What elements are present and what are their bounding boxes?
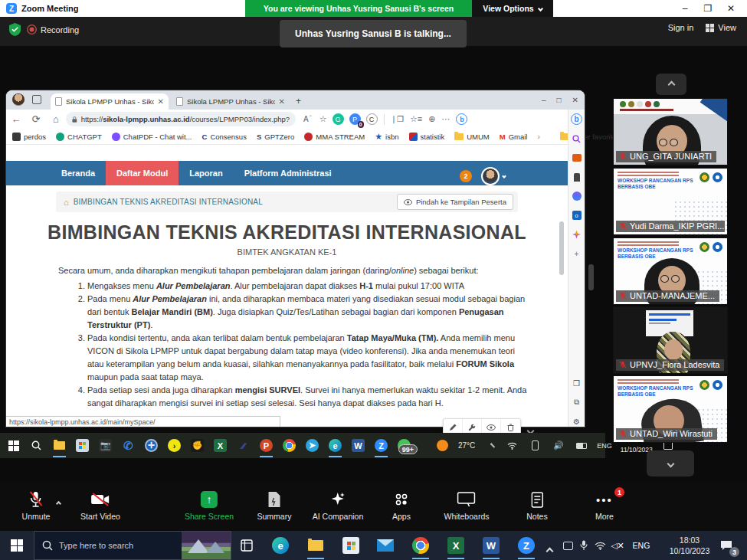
refresh-button[interactable]: ⟳ xyxy=(26,113,46,125)
play-app-icon[interactable]: › xyxy=(167,438,182,453)
language-label[interactable]: ENG xyxy=(597,442,612,450)
nav-beranda[interactable]: Beranda xyxy=(51,161,106,185)
circle-app-icon[interactable]: ✛ xyxy=(144,438,159,453)
copilot-sidebar-icon[interactable]: b xyxy=(571,113,582,125)
file-explorer-icon[interactable] xyxy=(306,535,326,555)
clock[interactable]: 18:0310/10/2023 xyxy=(660,535,719,556)
mail-icon[interactable] xyxy=(375,535,395,555)
participant-video-tile[interactable]: WORKSHOP RANCANGAN RPSBERBASIS OBE Yudi … xyxy=(613,168,728,235)
excel-icon[interactable]: X xyxy=(213,438,228,453)
favorites-bar-icon[interactable]: ☆≡ xyxy=(410,114,422,124)
zoom-app-icon[interactable]: Z xyxy=(374,438,388,453)
favorite-star-icon[interactable]: ☆ xyxy=(319,114,327,124)
weather-sun-icon[interactable] xyxy=(435,438,450,453)
search-sidebar-icon[interactable] xyxy=(572,133,582,144)
view-options-button[interactable]: View Options xyxy=(472,0,553,17)
file-explorer-icon[interactable] xyxy=(52,438,67,453)
open-external-icon[interactable]: ⧉ xyxy=(572,397,582,408)
tray-chevron-icon[interactable] xyxy=(547,543,552,557)
participants-scroll-up-button[interactable] xyxy=(656,74,686,95)
m365-sidebar-icon[interactable] xyxy=(572,191,582,201)
unmute-button[interactable]: Unmute xyxy=(22,490,51,521)
notification-badge[interactable]: 2 xyxy=(460,170,472,182)
wifi-icon[interactable] xyxy=(505,438,519,453)
code-app-icon[interactable]: ∕∕ xyxy=(236,438,251,453)
participant-video-tile[interactable]: WORKSHOP RANCANGAN RPSBERBASIS OBE UNTAD… xyxy=(613,237,728,305)
start-video-button[interactable]: Start Video xyxy=(80,490,120,521)
back-button[interactable]: ← xyxy=(6,113,26,125)
participant-video-tile[interactable]: UNG_GITA JUNIARTI xyxy=(613,98,728,165)
tray-chevron-icon[interactable] xyxy=(490,443,495,447)
add-sidebar-icon[interactable]: + xyxy=(572,248,582,259)
participants-scroll-down-button[interactable] xyxy=(647,450,694,476)
bookmark-item[interactable]: SGPTZero xyxy=(257,133,294,141)
whatsapp-icon[interactable]: 99+ xyxy=(397,438,411,453)
phone-app-icon[interactable]: ✆ xyxy=(121,438,136,453)
browser-menu-icon[interactable]: ⋯ xyxy=(441,114,450,124)
task-view-icon[interactable] xyxy=(237,535,257,555)
participant-video-tile[interactable]: UPNVJ_Fiora Ladesvita xyxy=(613,306,728,374)
breadcrumb-label[interactable]: BIMBINGAN TEKNIS AKREDITASI INTERNASIONA… xyxy=(74,198,263,206)
home-button[interactable]: ⌂ xyxy=(46,113,66,125)
browser-minimize-button[interactable]: – xyxy=(542,96,546,104)
browser-tab-active[interactable]: Sikola LPMPP Unhas - Sikola LPM ✕ xyxy=(51,93,169,110)
address-bar[interactable]: https://sikola-lpmpp.unhas.ac.id/courses… xyxy=(66,112,296,126)
battery-icon[interactable] xyxy=(574,438,588,453)
zoom-app-icon[interactable]: Z xyxy=(516,535,536,555)
nav-laporan[interactable]: Laporan xyxy=(179,161,233,185)
browser-close-button[interactable]: ✕ xyxy=(572,96,578,104)
browser-maximize-button[interactable]: □ xyxy=(557,96,562,104)
search-highlight-image[interactable] xyxy=(182,532,231,559)
tools-sidebar-icon[interactable] xyxy=(572,172,582,182)
phone-link-icon[interactable] xyxy=(528,438,542,453)
browser-tab-inactive[interactable]: Sikola LPMPP Unhas - Sikola LPM ✕ xyxy=(172,93,290,110)
ai-companion-button[interactable]: AI Companion xyxy=(313,490,364,521)
bookmark-item[interactable]: UMUM xyxy=(454,133,490,141)
page-scrollbar[interactable] xyxy=(559,221,564,275)
whiteboards-button[interactable]: Whiteboards xyxy=(444,490,490,521)
bookmark-item[interactable]: MGmail xyxy=(500,133,528,141)
user-menu[interactable] xyxy=(481,167,506,185)
notes-button[interactable]: Notes xyxy=(526,490,547,521)
home-icon[interactable]: ⌂ xyxy=(64,198,69,207)
summary-button[interactable]: Summary xyxy=(257,490,292,521)
volume-muted-icon[interactable]: ◁✕ xyxy=(608,535,627,555)
bookmark-item[interactable]: CHATGPT xyxy=(56,133,102,141)
more-button[interactable]: ••• More 1 xyxy=(595,490,614,521)
close-button[interactable]: ✕ xyxy=(719,3,742,14)
word-icon[interactable]: W xyxy=(481,535,501,555)
copilot-icon[interactable]: b xyxy=(456,113,467,125)
grammarly-extension-icon[interactable]: G xyxy=(333,113,344,125)
outlook-sidebar-icon[interactable]: o xyxy=(572,210,582,221)
telegram-icon[interactable]: ➤ xyxy=(305,438,319,453)
edge-icon[interactable]: e xyxy=(328,438,342,453)
extension-icon[interactable]: C xyxy=(366,113,378,125)
taskbar-search-input[interactable]: Type here to search xyxy=(34,531,231,560)
bookmark-item[interactable]: perdos xyxy=(12,133,46,141)
password-extension-icon[interactable]: P 0 xyxy=(349,113,361,125)
action-center-icon[interactable]: 3 xyxy=(716,535,736,555)
bookmark-item[interactable]: MMA STREAM xyxy=(304,133,365,141)
shopping-sidebar-icon[interactable] xyxy=(572,152,582,163)
audio-options-chevron[interactable] xyxy=(57,495,61,509)
sidebar-settings-gear-icon[interactable]: ⚙ xyxy=(572,416,582,427)
view-button[interactable]: View xyxy=(706,23,736,32)
apps-button[interactable]: Apps xyxy=(392,490,411,521)
language-indicator[interactable]: ENG xyxy=(631,535,651,555)
start-icon[interactable] xyxy=(6,438,21,453)
bookmark-item[interactable]: CConsensus xyxy=(202,133,247,141)
bookmark-item[interactable]: ChatPDF - Chat wit... xyxy=(112,133,192,141)
bookmarks-overflow-chevron[interactable]: › xyxy=(537,133,539,141)
bookmark-item[interactable]: ★isbn xyxy=(375,132,398,142)
start-icon[interactable] xyxy=(7,535,27,555)
minimize-button[interactable]: – xyxy=(673,3,696,14)
collections-icon[interactable]: ⊕ xyxy=(428,114,435,124)
search-icon[interactable] xyxy=(29,438,44,453)
powerpoint-icon[interactable]: P xyxy=(259,438,274,453)
word-icon[interactable]: W xyxy=(351,438,365,453)
switch-to-student-view-button[interactable]: Pindah ke Tampilan Peserta xyxy=(397,194,513,210)
tab-close-icon[interactable]: ✕ xyxy=(158,97,164,106)
edge-icon[interactable]: e xyxy=(270,535,290,555)
browser-profile-avatar[interactable] xyxy=(12,93,25,106)
speaker-icon[interactable]: 🔊 xyxy=(551,438,565,453)
